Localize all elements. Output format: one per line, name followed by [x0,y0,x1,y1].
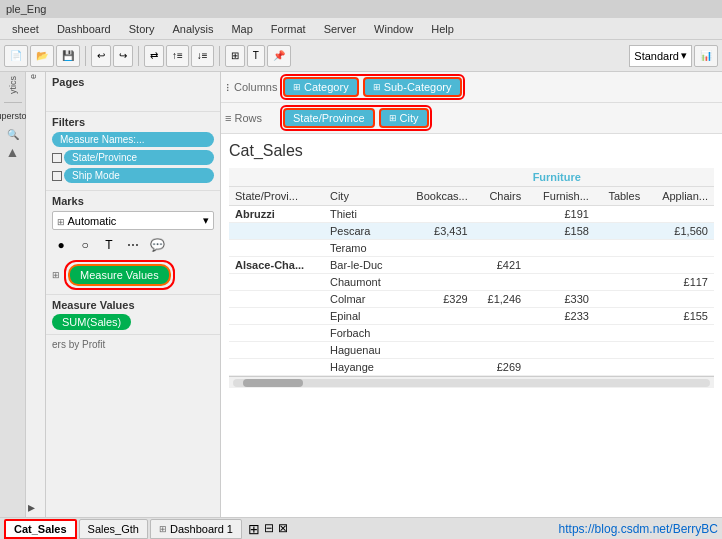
status-url: https://blog.csdm.net/BerryBC [559,522,718,536]
columns-pill-category[interactable]: ⊞ Category [283,77,359,97]
menu-format[interactable]: Format [263,21,314,37]
columns-pills-group: ⊞ Category ⊞ Sub-Category [280,74,465,100]
th-state-label: State/Provi... [229,187,324,206]
scroll-bar[interactable] [229,376,714,388]
rows-icon: ≡ [225,112,231,124]
menu-map[interactable]: Map [223,21,260,37]
cell-state: Abruzzi [229,206,324,223]
cell-bookcases [400,274,474,291]
columns-pill-subcategory[interactable]: ⊞ Sub-Category [363,77,462,97]
tab-dashboard1-label: Dashboard 1 [170,523,233,535]
menu-bar: sheet Dashboard Story Analysis Map Forma… [0,18,722,40]
scroll-thumb[interactable] [243,379,303,387]
cell-bookcases [400,240,474,257]
filter-ship-mode[interactable]: Ship Mode [64,168,214,183]
toolbar-chart[interactable]: 📊 [694,45,718,67]
columns-shelf: ⫶ Columns ⊞ Category ⊞ Sub-Category [221,72,722,103]
toolbar-sep1 [85,46,86,66]
filter-measure-names[interactable]: Measure Names:... [52,132,214,147]
filter-state-province[interactable]: State/Province [64,150,214,165]
cell-tables [595,223,646,240]
cell-city: Chaumont [324,274,400,291]
toolbar-save[interactable]: 💾 [56,45,80,67]
cell-city: Epinal [324,308,400,325]
columns-pill-label-1: Sub-Category [384,81,452,93]
marks-color-icon[interactable]: ● [52,236,70,254]
expand-icon[interactable]: ▲ [6,144,20,160]
menu-server[interactable]: Server [316,21,364,37]
filters-title: Filters [52,116,214,128]
marks-type-dropdown[interactable]: ⊞ Automatic ▾ [52,211,214,230]
cell-appliances: £117 [646,274,714,291]
tab-scroll-left[interactable]: ⊠ [278,521,288,537]
tab-cat-sales[interactable]: Cat_Sales [4,519,77,539]
cell-chairs [474,308,527,325]
standard-label: Standard [634,50,679,62]
search-area: 🔍 [7,129,19,140]
pages-title: Pages [52,76,214,88]
search-icon[interactable]: 🔍 [7,129,19,140]
menu-analysis[interactable]: Analysis [164,21,221,37]
menu-story[interactable]: Story [121,21,163,37]
toolbar-swap[interactable]: ⇄ [144,45,164,67]
cell-state [229,274,324,291]
toolbar-pin[interactable]: 📌 [267,45,291,67]
table-header-row: Furniture [229,168,714,187]
table-row: Teramo [229,240,714,257]
cell-furnishings [527,342,595,359]
table-row: Haguenau [229,342,714,359]
toolbar-sort-asc[interactable]: ↑≡ [166,45,189,67]
toolbar-fit[interactable]: ⊞ [225,45,245,67]
measure-values-pill[interactable]: Measure Values [68,264,171,286]
tab-sales-gth[interactable]: Sales_Gth [79,519,148,539]
marks-text-icon[interactable]: T [100,236,118,254]
category-icon: ⊞ [293,82,301,92]
tab-duplicate[interactable]: ⊟ [264,521,274,537]
standard-dropdown[interactable]: Standard ▾ [629,45,692,67]
filter-state-row: State/Province [52,150,214,165]
measure-values-circle: Measure Values [64,260,175,290]
analytics-tab[interactable]: ytics [8,76,18,94]
toolbar-label[interactable]: T [247,45,265,67]
marks-detail-icon[interactable]: ⋯ [124,236,142,254]
filter-shipmode-row: Ship Mode [52,168,214,183]
tab-dashboard1[interactable]: ⊞ Dashboard 1 [150,519,242,539]
th-appliances: Applian... [646,187,714,206]
rows-pill-state[interactable]: State/Province [283,108,375,128]
filter-state-check[interactable] [52,153,62,163]
table-row: Colmar£329£1,246£330 [229,291,714,308]
cell-furnishings [527,257,595,274]
rows-pills-group: State/Province ⊞ City [280,105,432,131]
table-container[interactable]: Furniture State/Provi... City Bookcas...… [229,168,714,376]
filter-shipmode-check[interactable] [52,171,62,181]
rows-pill-city[interactable]: ⊞ City [379,108,429,128]
field-label: e [28,74,43,79]
marks-tooltip-icon[interactable]: 💬 [148,236,166,254]
subcategory-icon: ⊞ [373,82,381,92]
toolbar-redo[interactable]: ↪ [113,45,133,67]
cell-appliances [646,291,714,308]
viz-title: Cat_Sales [229,142,714,160]
toolbar-new[interactable]: 📄 [4,45,28,67]
menu-window[interactable]: Window [366,21,421,37]
marks-size-icon[interactable]: ○ [76,236,94,254]
cell-bookcases: £3,431 [400,223,474,240]
sheet-panel: Pages Filters Measure Names:... State/Pr… [46,72,221,517]
sum-sales-pill[interactable]: SUM(Sales) [52,314,131,330]
cell-bookcases [400,257,474,274]
cell-state [229,342,324,359]
toolbar-sort-desc[interactable]: ↓≡ [191,45,214,67]
cell-chairs [474,342,527,359]
table-body: AbruzziThieti£191Pescara£3,431£158£1,560… [229,206,714,376]
tab-add-sheet[interactable]: ⊞ [248,521,260,537]
menu-sheet[interactable]: sheet [4,21,47,37]
toolbar-open[interactable]: 📂 [30,45,54,67]
measure-values-label: Measure Values [80,269,159,281]
panel-collapse-icon[interactable]: ▸ [28,499,43,515]
menu-help[interactable]: Help [423,21,462,37]
pages-section: Pages [46,72,220,112]
menu-dashboard[interactable]: Dashboard [49,21,119,37]
cell-chairs: £1,246 [474,291,527,308]
th-city-label: City [324,187,400,206]
toolbar-undo[interactable]: ↩ [91,45,111,67]
